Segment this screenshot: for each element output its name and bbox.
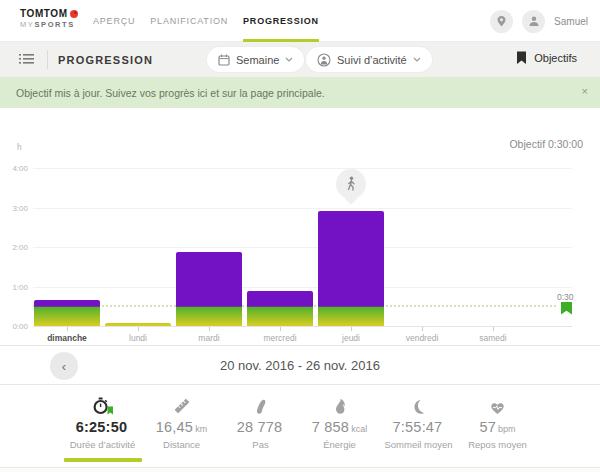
gridline xyxy=(33,208,572,209)
goal-marker-icon xyxy=(560,302,573,315)
avatar[interactable] xyxy=(522,10,545,33)
page-bottom-strip xyxy=(0,467,600,472)
stat-unit: kcal xyxy=(351,424,367,434)
stat-duration[interactable]: 6:25:50 Durée d’activité xyxy=(63,397,142,467)
tab-progression[interactable]: PROGRESSION xyxy=(243,0,319,42)
stat-value: 28 778 xyxy=(237,419,283,435)
day-label-mercredi: mercredi xyxy=(249,333,311,343)
activity-balloon xyxy=(336,169,366,199)
bar-jeudi[interactable] xyxy=(318,211,384,326)
day-label-vendredi: vendredi xyxy=(391,333,453,343)
close-icon[interactable]: × xyxy=(582,85,588,97)
day-label-lundi: lundi xyxy=(107,333,169,343)
tab-apercu[interactable]: APERÇU xyxy=(93,0,135,42)
y-axis-tick-label: 1:00 xyxy=(0,283,28,292)
gridline xyxy=(33,168,572,169)
flame-icon xyxy=(333,398,347,415)
stat-energy[interactable]: 7 858 kcal Énergie xyxy=(300,397,379,467)
date-navigation: ‹ 20 nov. 2016 - 26 nov. 2016 xyxy=(0,345,600,385)
x-axis-tick xyxy=(422,327,423,331)
banner-message: Objectif mis à jour. Suivez vos progrès … xyxy=(16,87,325,99)
chevron-down-icon xyxy=(413,57,421,62)
y-axis-tick-label: 4:00 xyxy=(0,164,28,173)
goal-badge-icon xyxy=(107,407,113,415)
gridline xyxy=(33,287,572,288)
goal-marker-label: 0:30 xyxy=(557,292,574,302)
stat-sleep[interactable]: 7:55:47 Sommeil moyen xyxy=(379,397,458,467)
tomtom-red-dot-icon xyxy=(70,10,78,18)
top-navbar: TOMTOM MYSPORTS APERÇU PLANIFICATION PRO… xyxy=(0,0,600,42)
day-label-jeudi: jeudi xyxy=(320,333,382,343)
stat-label: Sommeil moyen xyxy=(384,439,452,450)
stat-steps[interactable]: 28 778 Pas xyxy=(221,397,300,467)
x-axis-tick xyxy=(209,327,210,331)
stat-resting-hr[interactable]: 57 bpm Repos moyen xyxy=(458,397,537,467)
x-axis-tick xyxy=(351,327,352,331)
menu-list-button[interactable] xyxy=(19,53,34,65)
logo-sports: SPORTS xyxy=(34,20,74,29)
weekly-stats-bar: 6:25:50 Durée d’activité 16,45 km Distan… xyxy=(0,385,600,467)
walker-icon xyxy=(345,176,357,192)
bar-lundi[interactable] xyxy=(105,323,171,326)
stat-value: 6:25:50 xyxy=(76,419,127,435)
stat-distance[interactable]: 16,45 km Distance xyxy=(142,397,221,467)
page-title: PROGRESSION xyxy=(58,54,153,66)
stat-value: 57 xyxy=(479,419,496,435)
previous-week-button[interactable]: ‹ xyxy=(50,352,78,380)
location-button[interactable] xyxy=(490,10,513,33)
activity-tracking-icon xyxy=(317,53,331,67)
chevron-down-icon xyxy=(285,57,293,62)
notification-banner: Objectif mis à jour. Suivez vos progrès … xyxy=(0,77,600,108)
user-name[interactable]: Samuel xyxy=(554,16,588,27)
stat-value: 7:55:47 xyxy=(393,419,443,435)
stat-label: Énergie xyxy=(323,439,356,450)
day-label-mardi: mardi xyxy=(178,333,240,343)
active-stat-underline xyxy=(64,458,142,462)
bookmark-icon xyxy=(516,51,527,65)
y-axis-unit: h xyxy=(17,142,22,152)
calendar-icon xyxy=(218,54,230,66)
date-range-label: 20 nov. 2016 - 26 nov. 2016 xyxy=(220,358,380,373)
day-label-samedi: samedi xyxy=(462,333,524,343)
gridline xyxy=(33,326,572,327)
logo-my: MY xyxy=(20,20,34,29)
period-selector-label: Semaine xyxy=(236,54,279,66)
stat-unit: km xyxy=(195,424,207,434)
x-axis-tick xyxy=(138,327,139,331)
stat-label: Pas xyxy=(252,439,268,450)
bar-dimanche[interactable] xyxy=(34,300,100,326)
objectives-label: Objectifs xyxy=(534,52,577,64)
x-axis-tick xyxy=(280,327,281,331)
gridline xyxy=(33,247,572,248)
period-selector[interactable]: Semaine xyxy=(207,47,304,72)
stat-label: Distance xyxy=(163,439,200,450)
stat-value: 7 858 xyxy=(312,419,349,435)
objectives-button[interactable]: Objectifs xyxy=(516,51,577,65)
bar-mercredi[interactable] xyxy=(247,291,313,326)
x-axis-tick xyxy=(67,327,68,331)
mode-selector-label: Suivi d’activité xyxy=(337,54,407,66)
x-axis-tick xyxy=(493,327,494,331)
mode-selector[interactable]: Suivi d’activité xyxy=(306,47,432,72)
stat-label: Durée d’activité xyxy=(70,439,135,450)
stopwatch-icon xyxy=(92,397,114,415)
user-icon xyxy=(528,15,540,27)
location-pin-icon xyxy=(496,15,507,28)
moon-icon xyxy=(411,399,426,415)
ruler-icon xyxy=(173,397,191,415)
y-axis-tick-label: 3:00 xyxy=(0,204,28,213)
logo-text: TOMTOM xyxy=(20,8,68,19)
y-axis-tick-label: 0:00 xyxy=(0,322,28,331)
list-icon xyxy=(19,53,34,65)
stat-unit: bpm xyxy=(498,424,516,434)
stat-label: Repos moyen xyxy=(468,439,527,450)
bar-mardi[interactable] xyxy=(176,252,242,326)
day-label-dimanche: dimanche xyxy=(36,333,98,343)
stat-value: 16,45 xyxy=(156,419,193,435)
tab-planification[interactable]: PLANIFICATION xyxy=(150,0,228,42)
progress-chart: Objectif 0:30:00 h 4:003:002:001:000:00d… xyxy=(0,108,600,345)
shoe-icon xyxy=(254,397,268,415)
toolbar-divider xyxy=(47,50,48,69)
y-axis-tick-label: 2:00 xyxy=(0,243,28,252)
tomtom-logo[interactable]: TOMTOM MYSPORTS xyxy=(20,8,78,29)
